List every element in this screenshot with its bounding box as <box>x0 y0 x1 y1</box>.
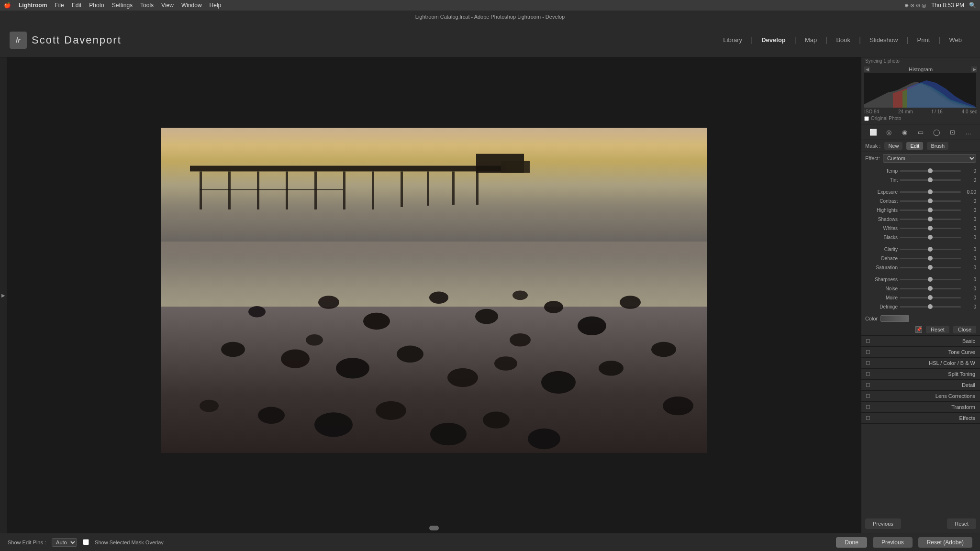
dehaze-track[interactable] <box>900 258 961 259</box>
highlights-value: 0 <box>963 208 976 213</box>
saturation-track[interactable] <box>900 267 961 268</box>
basic-section[interactable]: Basic <box>861 336 980 347</box>
app-name[interactable]: Lightroom <box>19 2 47 9</box>
nav-develop[interactable]: Develop <box>753 34 794 45</box>
menu-edit[interactable]: Edit <box>72 2 82 9</box>
menu-file[interactable]: File <box>55 2 64 9</box>
hsl-toggle[interactable] <box>866 361 870 365</box>
basic-toggle[interactable] <box>866 339 870 343</box>
contrast-track[interactable] <box>900 200 961 202</box>
split-toning-toggle[interactable] <box>866 372 870 376</box>
nav-library[interactable]: Library <box>714 34 751 45</box>
hist-right-arrow[interactable]: ▶ <box>971 66 977 72</box>
nav-print[interactable]: Print <box>909 34 939 45</box>
blacks-track[interactable] <box>900 237 961 238</box>
moire-thumb[interactable] <box>928 295 933 300</box>
apple-icon[interactable]: 🍎 <box>4 2 11 9</box>
exposure-thumb[interactable] <box>928 189 933 194</box>
whites-track[interactable] <box>900 228 961 229</box>
sharpness-track[interactable] <box>900 279 961 280</box>
menu-settings[interactable]: Settings <box>112 2 133 9</box>
original-photo-checkbox[interactable] <box>864 116 869 121</box>
pin-icon[interactable]: 📌 <box>915 326 922 333</box>
show-mask-overlay-checkbox[interactable] <box>83 539 89 545</box>
detail-section[interactable]: Detail <box>861 380 980 391</box>
effect-select[interactable]: Custom <box>883 154 976 163</box>
effects-section[interactable]: Effects <box>861 413 980 424</box>
noise-value: 0 <box>963 286 976 291</box>
tone-curve-toggle[interactable] <box>866 350 870 354</box>
nav-slideshow[interactable]: Slideshow <box>861 34 906 45</box>
scroll-thumb[interactable] <box>429 526 439 530</box>
effects-toggle[interactable] <box>866 416 870 420</box>
crop-tool[interactable]: ⬜ <box>868 127 879 137</box>
lens-corrections-section[interactable]: Lens Corrections <box>861 391 980 402</box>
scroll-bar-area[interactable] <box>7 523 861 533</box>
detail-toggle[interactable] <box>866 383 870 387</box>
show-edit-pins-select[interactable]: Auto <box>52 538 77 547</box>
saturation-thumb[interactable] <box>928 265 933 270</box>
reset-adobe-button[interactable]: Reset <box>947 518 976 529</box>
radial-filter-tool[interactable]: ◯ <box>931 127 942 137</box>
noise-thumb[interactable] <box>928 286 933 291</box>
transform-label: Transform <box>874 404 975 410</box>
contrast-thumb[interactable] <box>928 198 933 203</box>
spot-removal-tool[interactable]: ◎ <box>884 127 894 137</box>
sharpness-thumb[interactable] <box>928 277 933 282</box>
close-button[interactable]: Close <box>953 326 976 333</box>
tint-thumb[interactable] <box>928 177 933 182</box>
noise-track[interactable] <box>900 288 961 289</box>
left-panel[interactable]: ▶ <box>0 57 7 533</box>
blacks-thumb[interactable] <box>928 235 933 240</box>
svg-rect-11 <box>476 171 479 205</box>
whites-thumb[interactable] <box>928 226 933 231</box>
split-toning-section[interactable]: Split Toning <box>861 369 980 380</box>
shadows-track[interactable] <box>900 219 961 220</box>
menu-tools[interactable]: Tools <box>140 2 154 9</box>
adjustment-brush-tool[interactable]: ⊡ <box>947 127 958 137</box>
clarity-track[interactable] <box>900 249 961 250</box>
done-button[interactable]: Done <box>836 537 867 548</box>
menu-window[interactable]: Window <box>181 2 202 9</box>
hsl-section[interactable]: HSL / Color / B & W <box>861 358 980 369</box>
menu-view[interactable]: View <box>161 2 174 9</box>
temp-track[interactable] <box>900 170 961 172</box>
tint-track[interactable] <box>900 179 961 181</box>
defringe-value: 0 <box>963 304 976 309</box>
hist-left-arrow[interactable]: ◀ <box>864 66 870 72</box>
previous-bottom-button[interactable]: Previous <box>873 537 913 548</box>
nav-map[interactable]: Map <box>796 34 825 45</box>
mask-edit-button[interactable]: Edit <box>906 142 923 150</box>
transform-toggle[interactable] <box>866 405 870 409</box>
tone-curve-section[interactable]: Tone Curve <box>861 347 980 358</box>
reset-button[interactable]: Reset <box>926 326 949 333</box>
clarity-thumb[interactable] <box>928 247 933 252</box>
lens-corrections-toggle[interactable] <box>866 394 870 398</box>
nav-web[interactable]: Web <box>941 34 971 45</box>
temp-thumb[interactable] <box>928 168 933 173</box>
more-options[interactable]: … <box>963 127 973 137</box>
defringe-thumb[interactable] <box>928 304 933 309</box>
color-swatch[interactable] <box>880 315 909 322</box>
moire-track[interactable] <box>900 297 961 298</box>
reset-adobe-bottom-button[interactable]: Reset (Adobe) <box>918 537 972 548</box>
left-panel-arrow[interactable]: ▶ <box>1 293 5 298</box>
dehaze-thumb[interactable] <box>928 256 933 261</box>
mask-new-button[interactable]: New <box>884 142 902 150</box>
transform-section[interactable]: Transform <box>861 402 980 413</box>
mask-brush-button[interactable]: Brush <box>927 142 948 150</box>
graduated-filter-tool[interactable]: ▭ <box>915 127 926 137</box>
nav-book[interactable]: Book <box>827 34 859 45</box>
highlights-thumb[interactable] <box>928 208 933 212</box>
menu-help[interactable]: Help <box>210 2 222 9</box>
svg-point-20 <box>318 296 339 309</box>
defringe-track[interactable] <box>900 306 961 308</box>
svg-rect-5 <box>314 171 317 209</box>
exposure-track[interactable] <box>900 191 961 193</box>
red-eye-tool[interactable]: ◉ <box>900 127 910 137</box>
previous-button[interactable]: Previous <box>865 518 901 529</box>
menu-photo[interactable]: Photo <box>89 2 104 9</box>
search-icon[interactable]: 🔍 <box>969 2 976 9</box>
highlights-track[interactable] <box>900 209 961 211</box>
shadows-thumb[interactable] <box>928 217 933 221</box>
